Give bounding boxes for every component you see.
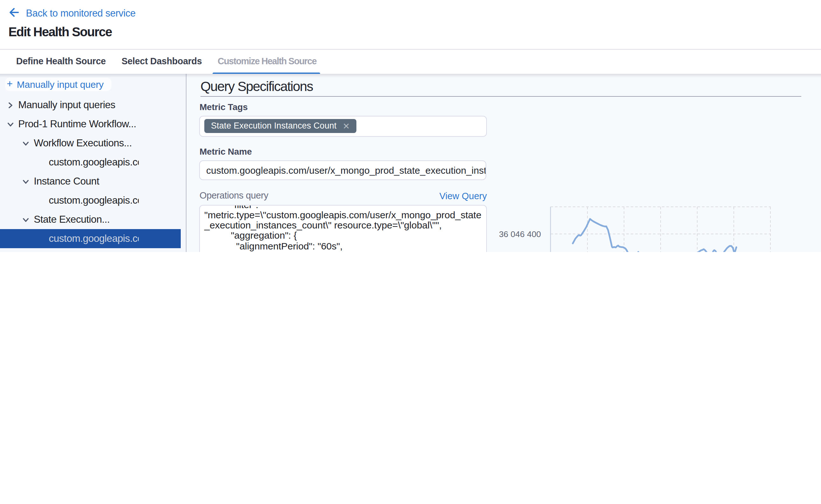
svg-text:36 046 400: 36 046 400 [499, 229, 541, 239]
